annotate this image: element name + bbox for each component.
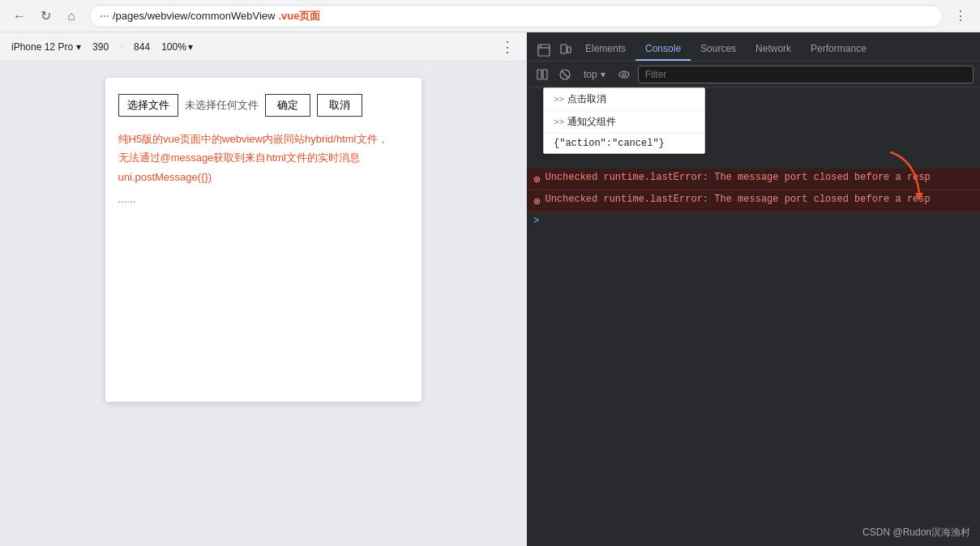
context-chevron-icon: ▾: [601, 69, 606, 80]
browser-chrome: ← ↻ ⌂ ⋯ /pages/webview/commonWebView .vu…: [0, 0, 980, 32]
footer-attribution: CSDN @Rudon溟海渔村: [862, 526, 970, 540]
zoom-selector[interactable]: 100% ▾: [156, 40, 198, 54]
svg-rect-7: [543, 70, 547, 79]
description-text: 纯H5版的vue页面中的webview内嵌同站hybrid/html文件， 无法…: [118, 130, 409, 186]
error-icon-2: ⊗: [533, 194, 540, 208]
chevron-down-icon: ▾: [76, 41, 81, 53]
console-error-1: ⊗ Unchecked runtime.lastError: The messa…: [527, 168, 980, 190]
tab-elements[interactable]: Elements: [576, 38, 636, 61]
context-selector[interactable]: top ▾: [579, 67, 610, 82]
svg-point-10: [619, 71, 629, 78]
simulator-more-button[interactable]: ⋮: [495, 36, 520, 58]
zoom-value: 100%: [161, 41, 186, 53]
screen-height: 844: [134, 41, 150, 53]
choose-file-button[interactable]: 选择文件: [118, 94, 178, 117]
popup-text-3: {"action":"cancel"}: [554, 138, 665, 149]
console-output: >> 点击取消 >> 通知父组件 {"action":"cancel"}: [527, 87, 980, 546]
error-text-2: Unchecked runtime.lastError: The message…: [545, 194, 930, 205]
error-icon-1: ⊗: [533, 173, 540, 186]
address-icon: ⋯: [100, 11, 109, 22]
filter-input[interactable]: [638, 66, 974, 83]
context-value: top: [584, 69, 597, 80]
tab-console[interactable]: Console: [636, 38, 691, 61]
simulator-panel: iPhone 12 Pro ▾ 390 × 844 100% ▾ ⋮ 选择文件 …: [0, 32, 527, 546]
address-bar[interactable]: ⋯ /pages/webview/commonWebView .vue页面: [89, 5, 943, 28]
error-text-1: Unchecked runtime.lastError: The message…: [545, 172, 930, 183]
device-toggle-button[interactable]: [554, 40, 576, 61]
console-error-2: ⊗ Unchecked runtime.lastError: The messa…: [527, 190, 980, 212]
eye-button[interactable]: [615, 66, 633, 83]
desc-line1: 纯H5版的vue页面中的webview内嵌同站hybrid/html文件，: [118, 133, 388, 145]
file-row: 选择文件 未选择任何文件 确定 取消: [118, 94, 409, 117]
device-name: iPhone 12 Pro: [11, 41, 73, 53]
svg-rect-6: [537, 70, 541, 79]
popup-row-1: >> 点击取消: [544, 88, 704, 111]
svg-point-4: [563, 52, 564, 53]
simulator-toolbar: iPhone 12 Pro ▾ 390 × 844 100% ▾ ⋮: [0, 32, 526, 62]
cursor-arrow-icon: >: [533, 215, 539, 227]
reload-button[interactable]: ↻: [34, 5, 57, 28]
screen-width: 390: [92, 41, 109, 53]
tab-sources[interactable]: Sources: [691, 38, 746, 61]
home-button[interactable]: ⌂: [60, 5, 83, 28]
svg-line-9: [562, 71, 568, 78]
console-popup: >> 点击取消 >> 通知父组件 {"action":"cancel"}: [543, 87, 705, 154]
popup-arrow-2: >>: [554, 117, 564, 127]
mobile-screen: 选择文件 未选择任何文件 确定 取消 纯H5版的vue页面中的webview内嵌…: [105, 78, 422, 402]
devtools-panel: Elements Console Sources Network Perform…: [527, 32, 980, 546]
file-placeholder-text: 未选择任何文件: [185, 98, 259, 113]
dimension-separator: ×: [118, 41, 124, 53]
svg-rect-0: [538, 45, 550, 56]
device-selector[interactable]: iPhone 12 Pro ▾: [6, 40, 86, 54]
main-container: iPhone 12 Pro ▾ 390 × 844 100% ▾ ⋮ 选择文件 …: [0, 32, 980, 546]
desc-line2: 无法通过@message获取到来自html文件的实时消息uni.postMess…: [118, 151, 361, 182]
cancel-button[interactable]: 取消: [317, 94, 362, 117]
devtools-tab-bar: Elements Console Sources Network Perform…: [527, 32, 980, 62]
tab-performance[interactable]: Performance: [801, 38, 876, 61]
address-url: /pages/webview/commonWebView: [113, 10, 275, 22]
simulator-content: 选择文件 未选择任何文件 确定 取消 纯H5版的vue页面中的webview内嵌…: [0, 62, 526, 546]
address-vue-suffix: .vue页面: [278, 9, 320, 23]
popup-row-3: {"action":"cancel"}: [544, 134, 704, 153]
popup-text-2: 通知父组件: [567, 115, 616, 129]
tab-network[interactable]: Network: [746, 38, 801, 61]
zoom-chevron-icon: ▾: [188, 41, 193, 53]
svg-point-11: [623, 73, 626, 76]
confirm-button[interactable]: 确定: [265, 94, 310, 117]
console-clear-button[interactable]: [556, 66, 574, 83]
popup-text-1: 点击取消: [567, 92, 606, 106]
back-button[interactable]: ←: [8, 5, 31, 28]
footer-text: CSDN @Rudon溟海渔村: [862, 527, 970, 538]
console-toolbar: top ▾: [527, 62, 980, 87]
console-cursor-row: >: [527, 212, 980, 230]
browser-menu-button[interactable]: ⋮: [949, 5, 972, 28]
popup-arrow-1: >>: [554, 95, 564, 105]
popup-row-2: >> 通知父组件: [544, 111, 704, 134]
nav-buttons: ← ↻ ⌂: [8, 5, 83, 28]
inspect-element-button[interactable]: [533, 40, 554, 61]
svg-rect-5: [567, 47, 571, 53]
dots-text: ......: [118, 193, 409, 205]
console-sidebar-button[interactable]: [533, 66, 551, 83]
